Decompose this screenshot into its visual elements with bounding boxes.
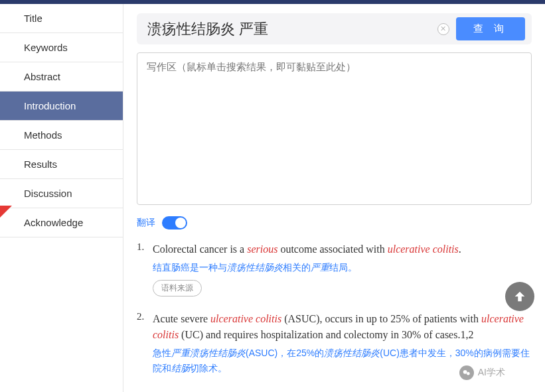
result-number: 1. [137, 241, 153, 296]
translate-row: 翻译 [137, 216, 532, 229]
nav-keywords[interactable]: Keywords [0, 33, 123, 62]
source-button[interactable]: 语料来源 [153, 280, 202, 296]
close-icon: ✕ [440, 25, 446, 33]
svg-point-1 [467, 372, 470, 375]
sidebar: Title Keywords Abstract Introduction Met… [0, 4, 123, 392]
svg-point-0 [463, 370, 467, 374]
wechat-icon [459, 365, 474, 380]
nav-acknowledge[interactable]: Acknowledge NEW [0, 208, 123, 237]
result-number: 2. [137, 311, 153, 375]
search-bar: ✕ 查 询 [137, 13, 532, 44]
nav-abstract[interactable]: Abstract [0, 62, 123, 92]
clear-search-button[interactable]: ✕ [437, 23, 449, 35]
arrow-up-icon [512, 289, 527, 304]
result-item[interactable]: 1.Colorectal cancer is a serious outcome… [137, 241, 532, 296]
results-list: 1.Colorectal cancer is a serious outcome… [137, 241, 532, 375]
watermark: AI学术 [459, 365, 505, 380]
nav-introduction[interactable]: Introduction [0, 92, 123, 121]
scroll-top-button[interactable] [505, 282, 534, 311]
toggle-knob [175, 218, 186, 228]
translate-label: 翻译 [137, 217, 155, 229]
new-badge: NEW [0, 206, 27, 235]
result-body: Colorectal cancer is a serious outcome a… [153, 241, 532, 296]
main-panel: ✕ 查 询 翻译 1.Colorectal cancer is a seriou… [123, 4, 545, 392]
result-english: Colorectal cancer is a serious outcome a… [153, 241, 532, 257]
query-button[interactable]: 查 询 [456, 17, 525, 40]
watermark-text: AI学术 [478, 367, 505, 379]
translate-toggle[interactable] [162, 216, 187, 229]
result-english: Acute severe ulcerative colitis (ASUC), … [153, 311, 532, 343]
nav-item-label: Acknowledge [24, 217, 83, 228]
write-area[interactable] [137, 52, 532, 205]
search-input[interactable] [143, 18, 431, 40]
nav-title[interactable]: Title [0, 4, 123, 33]
nav-discussion[interactable]: Discussion [0, 179, 123, 208]
result-translation: 结直肠癌是一种与溃疡性结肠炎相关的严重结局。 [153, 260, 532, 275]
nav-results[interactable]: Results [0, 150, 123, 179]
nav-methods[interactable]: Methods [0, 121, 123, 150]
